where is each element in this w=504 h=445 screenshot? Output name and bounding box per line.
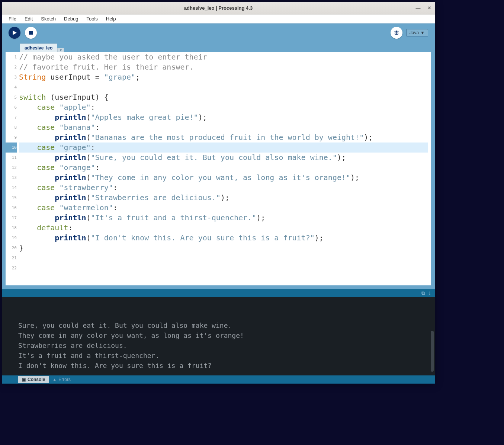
code-line[interactable]: println("I don't know this. Are you sure… — [19, 233, 428, 243]
code-line[interactable]: // favorite fruit. Her is their answer. — [19, 62, 428, 72]
stop-button[interactable] — [25, 27, 37, 39]
code-line[interactable]: default: — [19, 223, 428, 233]
tab-dropdown[interactable]: ▼ — [57, 48, 64, 52]
run-button[interactable] — [9, 27, 20, 39]
menu-file[interactable]: File — [5, 15, 20, 23]
line-number: 8 — [6, 122, 17, 132]
line-gutter: 12345678910111213141516171819202122 — [6, 52, 19, 285]
line-number: 17 — [6, 213, 17, 223]
code-line[interactable]: case "orange": — [19, 163, 428, 173]
console-line: Sure, you could eat it. But you could al… — [18, 320, 427, 330]
line-number: 2 — [6, 62, 17, 72]
console-line: Strawberries are delicious. — [18, 340, 427, 350]
terminal-icon: ▣ — [22, 377, 26, 382]
code-line[interactable]: } — [19, 243, 428, 253]
line-number: 15 — [6, 193, 17, 203]
line-number: 18 — [6, 223, 17, 233]
code-line[interactable]: case "apple": — [19, 102, 428, 112]
code-line[interactable]: case "banana": — [19, 122, 428, 132]
console-line: It's a fruit and a thirst-quencher. — [18, 350, 427, 361]
line-number: 22 — [6, 263, 17, 273]
code-line[interactable]: case "grape": — [19, 143, 428, 153]
line-number: 11 — [6, 153, 17, 163]
code-line[interactable]: case "strawberry": — [19, 183, 428, 193]
butterfly-icon — [394, 30, 399, 36]
code-line[interactable]: // maybe you asked the user to enter the… — [19, 52, 428, 62]
code-line[interactable] — [19, 253, 428, 263]
line-number: 13 — [6, 173, 17, 183]
svg-marker-0 — [13, 31, 17, 35]
copy-icon[interactable]: ⧉ — [421, 290, 425, 296]
menu-tools[interactable]: Tools — [83, 15, 101, 23]
mode-label: Java — [410, 30, 419, 35]
line-number: 6 — [6, 102, 17, 112]
menubar: FileEditSketchDebugToolsHelp — [2, 15, 435, 23]
menu-sketch[interactable]: Sketch — [37, 15, 60, 23]
code-line[interactable]: println("It's a fruit and a thirst-quenc… — [19, 213, 428, 223]
sketch-tab[interactable]: adhesive_leo — [20, 44, 57, 52]
line-number: 7 — [6, 112, 17, 122]
line-number: 3 — [6, 72, 17, 82]
line-number: 5 — [6, 92, 17, 102]
line-number: 4 — [6, 82, 17, 92]
code-line[interactable]: println("Sure, you could eat it. But you… — [19, 153, 428, 163]
line-number: 19 — [6, 233, 17, 243]
line-number: 20 — [6, 243, 17, 253]
line-number: 9 — [6, 132, 17, 143]
line-number: 1 — [6, 52, 17, 62]
toolbar: Java ▼ — [2, 23, 435, 42]
chevron-down-icon: ▼ — [420, 30, 425, 35]
warning-icon: ▲ — [52, 377, 57, 382]
console-line: I don't know this. Are you sure this is … — [18, 361, 427, 371]
code-line[interactable]: println("Apples make great pie!"); — [19, 112, 428, 122]
code-line[interactable]: println("They come in any color you want… — [19, 173, 428, 183]
collapse-icon[interactable]: ⤓ — [428, 291, 432, 296]
code-editor[interactable]: 12345678910111213141516171819202122 // m… — [6, 52, 431, 285]
line-number: 16 — [6, 203, 17, 213]
scrollbar-thumb[interactable] — [431, 331, 434, 372]
code-line[interactable]: println("Strawberries are delicious."); — [19, 193, 428, 203]
line-number: 10 — [6, 143, 17, 153]
console-line: They come in any color you want, as long… — [18, 330, 427, 340]
code-line[interactable]: String userInput = "grape"; — [19, 72, 428, 82]
errors-tab-label: Errors — [58, 377, 71, 382]
line-number: 12 — [6, 163, 17, 173]
close-button[interactable]: ✕ — [427, 6, 432, 11]
line-number: 14 — [6, 183, 17, 193]
stop-icon — [29, 31, 33, 35]
line-number: 21 — [6, 253, 17, 263]
menu-edit[interactable]: Edit — [21, 15, 36, 23]
console-tab[interactable]: ▣ Console — [18, 376, 49, 383]
window-controls: — ✕ — [415, 6, 432, 11]
mode-selector[interactable]: Java ▼ — [406, 29, 428, 36]
processing-window: adhesive_leo | Processing 4.3 — ✕ FileEd… — [2, 2, 435, 384]
code-line[interactable]: case "watermelon": — [19, 203, 428, 213]
code-line[interactable] — [19, 82, 428, 92]
debug-button[interactable] — [391, 27, 402, 39]
menu-debug[interactable]: Debug — [60, 15, 82, 23]
console-tab-label: Console — [28, 377, 45, 382]
menu-help[interactable]: Help — [102, 15, 120, 23]
code-line[interactable]: println("Bananas are the most produced f… — [19, 132, 428, 143]
console-output[interactable]: Sure, you could eat it. But you could al… — [2, 297, 435, 375]
code-area[interactable]: // maybe you asked the user to enter the… — [19, 52, 431, 285]
console-toolbar: ⧉ ⤓ — [2, 289, 435, 297]
minimize-button[interactable]: — — [415, 6, 421, 11]
titlebar: adhesive_leo | Processing 4.3 — ✕ — [2, 2, 435, 15]
editor-container: 12345678910111213141516171819202122 // m… — [2, 52, 435, 289]
play-icon — [12, 31, 17, 35]
code-line[interactable] — [19, 263, 428, 273]
tabstrip: adhesive_leo ▼ — [2, 42, 435, 52]
errors-tab[interactable]: ▲ Errors — [49, 376, 74, 383]
window-title: adhesive_leo | Processing 4.3 — [184, 5, 253, 11]
code-line[interactable]: switch (userInput) { — [19, 92, 428, 102]
bottom-tabstrip: ▣ Console ▲ Errors — [2, 375, 435, 384]
